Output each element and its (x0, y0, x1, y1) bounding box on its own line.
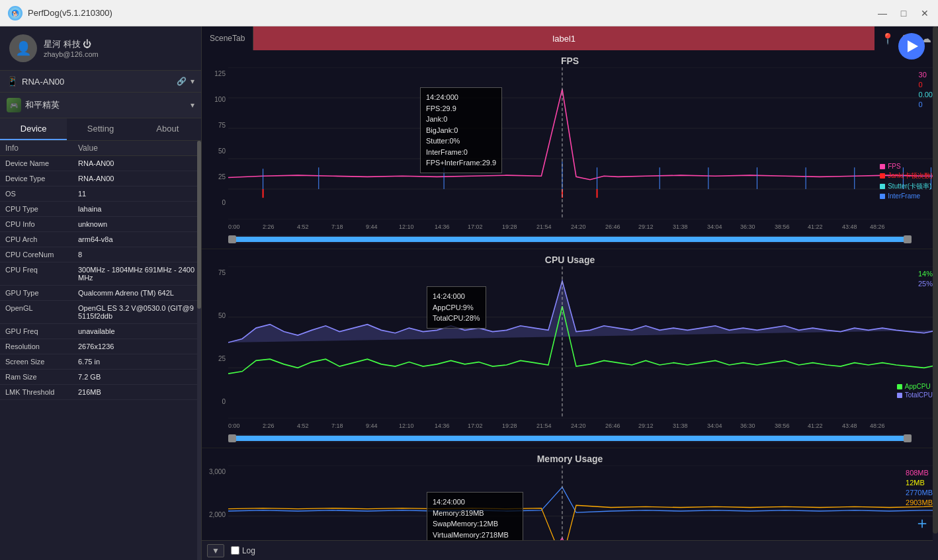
info-row: CPU Type lahaina (0, 202, 201, 217)
svg-text:31:38: 31:38 (673, 422, 688, 429)
info-row-value: unavailable (78, 327, 196, 335)
cpu-val-total: 25% (918, 280, 933, 288)
svg-text:36:30: 36:30 (740, 422, 755, 429)
cpu-y-axis: 75 50 25 0 % (202, 266, 228, 419)
memory-chart-wrapper: 3,000 2,000 1,000 0 MB (202, 465, 938, 540)
fps-scrollbar-right[interactable] (904, 235, 912, 243)
memory-svg (228, 465, 938, 540)
right-scrollbar[interactable] (933, 26, 938, 560)
log-label[interactable]: Log (242, 546, 255, 555)
cpu-scrollbar-right[interactable] (904, 434, 912, 442)
cpu-scrollbar-fill (228, 436, 912, 441)
svg-text:43:48: 43:48 (842, 223, 857, 230)
svg-text:38:56: 38:56 (775, 223, 790, 230)
svg-text:17:02: 17:02 (468, 223, 483, 230)
mem-val-available: 2903MB (906, 499, 933, 506)
svg-text:26:46: 26:46 (605, 422, 620, 429)
svg-text:21:54: 21:54 (536, 422, 552, 429)
svg-text:4:52: 4:52 (297, 422, 309, 429)
minimize-button[interactable]: — (877, 8, 888, 19)
svg-text:24:20: 24:20 (571, 223, 586, 230)
sidebar-scrollbar-thumb[interactable] (197, 141, 201, 309)
svg-text:14:36: 14:36 (435, 223, 450, 230)
titlebar: 🐕 PerfDog(v5.1.210300) — □ ✕ (0, 0, 938, 26)
app-game-icon: 🎮 (7, 98, 21, 112)
fps-chart: FPS 125 100 75 50 25 0 (202, 50, 938, 249)
info-row-label: CPU CoreNum (5, 251, 78, 259)
sidebar-scrollbar[interactable] (197, 141, 201, 560)
tab-device[interactable]: Device (0, 118, 67, 140)
info-row-label: OS (5, 190, 78, 198)
info-row: GPU Freq unavailable (0, 324, 201, 339)
col-info-header: Info (5, 143, 78, 153)
cpu-legend-total: TotalCPU (897, 391, 933, 399)
scene-tab-label: SceneTab (202, 26, 253, 50)
cpu-legend-app: AppCPU (897, 383, 933, 390)
fps-y-axis: 125 100 75 50 25 0 (202, 67, 228, 220)
device-chevron-icon: ▾ (191, 77, 194, 86)
info-row-value: RNA-AN00 (78, 159, 196, 167)
log-checkbox[interactable] (231, 546, 239, 555)
user-section: 👤 星河 科技 ⏻ zhayb@126.com (0, 26, 201, 71)
mem-val-swap: 12MB (906, 479, 933, 487)
col-value-header: Value (78, 143, 98, 153)
info-row: CPU CoreNum 8 (0, 247, 201, 262)
maximize-button[interactable]: □ (898, 8, 909, 19)
window-controls: — □ ✕ (877, 8, 930, 19)
info-row-value: OpenGL ES 3.2 V@0530.0 (GIT@95115f2ddb (78, 304, 196, 320)
content-area: SceneTab label1 📍 📁 ☁ FPS 125 100 75 (202, 26, 938, 560)
fps-scrollbar[interactable] (228, 235, 912, 243)
link-icon: 🔗 (177, 77, 187, 86)
tab-about[interactable]: About (134, 118, 201, 140)
svg-text:21:54: 21:54 (536, 223, 552, 230)
bottom-bar: ▼ Log (202, 540, 938, 560)
play-icon (908, 40, 918, 52)
cpu-right-values: 14% 25% (918, 270, 933, 288)
svg-text:17:02: 17:02 (468, 422, 483, 429)
svg-text:2:26: 2:26 (263, 223, 275, 230)
info-row-label: Device Type (5, 175, 78, 182)
cpu-scrollbar[interactable] (228, 434, 912, 442)
close-button[interactable]: ✕ (919, 8, 930, 19)
cpu-chart-wrapper: 75 50 25 0 % (202, 266, 938, 419)
svg-text:19:28: 19:28 (502, 422, 517, 429)
device-selector[interactable]: 📱 RNA-AN00 🔗 ▾ (0, 71, 201, 93)
main-layout: 👤 星河 科技 ⏻ zhayb@126.com 📱 RNA-AN00 🔗 ▾ 🎮… (0, 26, 938, 560)
add-chart-button[interactable]: ＋ (914, 512, 930, 534)
info-row-value: arm64-v8a (78, 235, 196, 243)
user-info: 星河 科技 ⏻ zhayb@126.com (44, 38, 192, 58)
fps-scrollbar-left[interactable] (228, 235, 236, 243)
info-row-value: 7.2 GB (78, 373, 196, 381)
scene-header: SceneTab label1 📍 📁 ☁ (202, 26, 938, 50)
info-row: Device Type RNA-AN00 (0, 171, 201, 186)
cpu-scrollbar-left[interactable] (228, 434, 236, 442)
cpu-chart: CPU Usage 75 50 25 0 % (202, 249, 938, 448)
tab-setting[interactable]: Setting (67, 118, 134, 140)
fps-x-axis: 0:00 2:26 4:52 7:18 9:44 12:10 14:36 17:… (202, 220, 938, 235)
info-row-label: LMK Threshold (5, 388, 78, 396)
cpu-x-axis: 0:00 2:26 4:52 7:18 9:44 12:10 14:36 17:… (202, 419, 938, 434)
location-icon[interactable]: 📍 (881, 32, 894, 45)
info-row: CPU Freq 300MHz - 1804MHz 691MHz - 2400M… (0, 262, 201, 286)
info-row-value: 216MB (78, 388, 196, 396)
scene-label1[interactable]: label1 (253, 26, 874, 50)
svg-text:🐕: 🐕 (12, 11, 19, 17)
right-scrollbar-thumb[interactable] (933, 26, 938, 534)
avatar: 👤 (9, 34, 37, 62)
arrow-down-button[interactable]: ▼ (207, 544, 224, 557)
memory-chart-title: Memory Usage (202, 451, 938, 465)
info-row: Resolution 2676x1236 (0, 339, 201, 354)
svg-text:12:10: 12:10 (399, 422, 414, 429)
app-title: PerfDog(v5.1.210300) (28, 8, 877, 18)
user-email: zhayb@126.com (44, 50, 192, 58)
app-selector[interactable]: 🎮 和平精英 ▾ (0, 93, 201, 118)
info-row-value: unknown (78, 220, 196, 228)
info-row: Device Name RNA-AN00 (0, 156, 201, 171)
memory-right-values: 808MB 12MB 2770MB 2903MB (906, 469, 933, 506)
fps-legend: FPS Jank(卡顿次数) Stutter(卡顿率) (880, 163, 933, 200)
play-button[interactable] (898, 33, 925, 60)
memory-y-axis: 3,000 2,000 1,000 0 MB (202, 465, 228, 540)
svg-text:9:44: 9:44 (366, 223, 378, 230)
svg-text:7:18: 7:18 (331, 223, 343, 230)
info-rows: Device Name RNA-AN00 Device Type RNA-AN0… (0, 156, 201, 400)
